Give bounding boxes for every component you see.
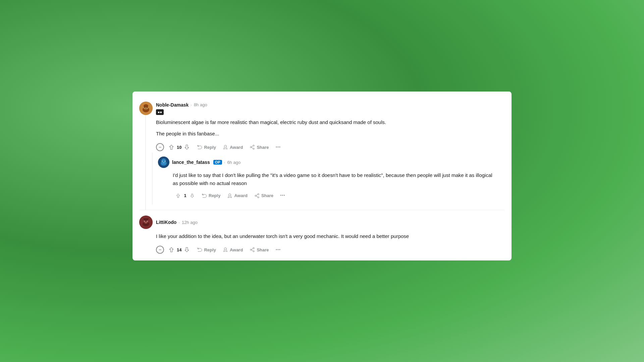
avatar-lance	[158, 157, 169, 168]
svg-point-18	[162, 161, 162, 161]
reply-actions-lance: 1 Reply	[173, 191, 498, 200]
svg-point-20	[229, 194, 231, 196]
svg-point-8	[250, 146, 252, 148]
reply-header-lance: lance_the_fatass OP · 6h ago	[158, 157, 498, 168]
svg-point-22	[255, 195, 256, 196]
vote-section-lance: 1	[173, 191, 198, 200]
comment-thread: Noble-Damask · 8h ago ▪▪ Bioluminescent …	[132, 92, 512, 260]
comment-noble-damask: Noble-Damask · 8h ago ▪▪ Bioluminescent …	[132, 96, 512, 210]
award-button-litti[interactable]: Award	[220, 245, 246, 254]
comment-actions-noble: − 10	[156, 142, 505, 153]
reply-line-1: I'd just like to say that I don't like p…	[173, 171, 498, 187]
share-button-lance[interactable]: Share	[252, 191, 276, 200]
svg-line-25	[256, 194, 258, 195]
reply-icon-litti	[197, 247, 202, 252]
vote-count-lance: 1	[183, 193, 187, 198]
svg-point-37	[250, 249, 252, 250]
top-partial	[132, 92, 512, 96]
award-button-noble[interactable]: Award	[220, 142, 246, 152]
vote-count-noble: 10	[177, 145, 181, 150]
vote-section-litti: 14	[165, 244, 193, 255]
svg-point-33	[147, 221, 147, 221]
share-label-lance: Share	[261, 193, 273, 198]
svg-line-11	[252, 146, 253, 147]
upvote-icon-lance	[175, 193, 181, 198]
vote-count-litti: 14	[177, 247, 181, 252]
downvote-button-litti[interactable]	[183, 246, 191, 254]
svg-line-24	[256, 196, 258, 197]
reply-button-litti[interactable]: Reply	[194, 245, 218, 254]
dot-sep-lance: ·	[224, 160, 225, 165]
share-label: Share	[257, 145, 269, 150]
share-icon	[250, 144, 255, 150]
comment-header-litti: LittiKodo · 12h ago	[139, 216, 505, 229]
avatar-lance-illustration	[158, 157, 169, 168]
more-button-litti[interactable]: ···	[273, 245, 283, 255]
more-button-lance[interactable]: ···	[277, 191, 288, 200]
timestamp-noble: 8h ago	[194, 102, 207, 107]
svg-point-35	[224, 248, 227, 250]
svg-line-39	[252, 250, 253, 251]
upvote-button[interactable]	[167, 143, 175, 151]
share-icon-litti	[250, 247, 255, 252]
username-noble-damask: Noble-Damask	[156, 102, 189, 108]
share-label-litti: Share	[257, 247, 269, 252]
downvote-button[interactable]	[183, 143, 191, 151]
svg-point-9	[253, 148, 254, 149]
reply-icon-lance	[202, 193, 207, 198]
username-lance: lance_the_fatass	[172, 160, 210, 165]
award-button-lance[interactable]: Award	[224, 191, 250, 200]
upvote-button-litti[interactable]	[167, 246, 175, 254]
comment-header: Noble-Damask · 8h ago ▪▪	[139, 102, 505, 115]
award-label-lance: Award	[234, 193, 248, 198]
body-litti-1: I like your addition to the idea, but an…	[156, 232, 505, 240]
svg-point-7	[253, 145, 254, 146]
svg-line-40	[252, 248, 253, 249]
award-label-litti: Award	[230, 247, 243, 252]
reply-button-noble[interactable]: Reply	[194, 142, 218, 152]
svg-point-36	[253, 247, 254, 249]
comment-actions-litti: − 14	[156, 244, 505, 255]
upvote-button-lance[interactable]	[175, 192, 181, 199]
collapse-button-litti[interactable]: −	[156, 246, 164, 254]
flair-badge: ▪▪	[156, 109, 164, 115]
svg-point-32	[144, 221, 145, 221]
username-litti: LittiKodo	[156, 220, 176, 225]
reply-label: Reply	[204, 145, 216, 150]
reply-button-lance[interactable]: Reply	[199, 191, 223, 200]
dot-sep: ·	[191, 102, 192, 107]
body-line-2: The people in this fanbase...	[156, 130, 505, 138]
downvote-icon-lance	[190, 193, 195, 198]
comment-body-litti: I like your addition to the idea, but an…	[156, 232, 505, 240]
svg-rect-34	[143, 218, 149, 219]
dot-sep-litti: ·	[178, 220, 180, 225]
downvote-button-lance[interactable]	[189, 192, 196, 199]
svg-point-21	[258, 193, 259, 195]
svg-point-23	[258, 196, 259, 198]
award-icon-lance	[227, 193, 232, 198]
share-button-litti[interactable]: Share	[247, 245, 271, 254]
reply-icon	[197, 144, 202, 150]
thread-line	[145, 115, 146, 210]
vote-section: 10	[165, 142, 193, 153]
avatar-illustration	[139, 102, 153, 115]
body-line-1: Bioluminescent algae is far more realist…	[156, 118, 505, 126]
comment-littikodo: LittiKodo · 12h ago I like your addition…	[132, 210, 512, 260]
reply-label-lance: Reply	[209, 193, 220, 198]
downvote-icon-litti	[183, 246, 190, 253]
avatar-noble-damask	[139, 102, 153, 115]
upvote-icon-litti	[168, 246, 175, 253]
svg-point-19	[165, 161, 165, 161]
svg-point-4	[144, 107, 145, 108]
op-badge: OP	[213, 160, 222, 165]
share-button-noble[interactable]: Share	[247, 142, 271, 152]
svg-line-10	[252, 147, 253, 148]
award-icon-litti	[223, 247, 228, 252]
downvote-icon	[183, 144, 190, 150]
comment-body-noble: Bioluminescent algae is far more realist…	[156, 118, 505, 138]
collapse-button[interactable]: −	[156, 143, 164, 151]
avatar-litti-illustration	[139, 216, 153, 229]
reply-label-litti: Reply	[204, 247, 216, 252]
upvote-icon	[168, 144, 175, 150]
more-button-noble[interactable]: ···	[273, 142, 283, 152]
